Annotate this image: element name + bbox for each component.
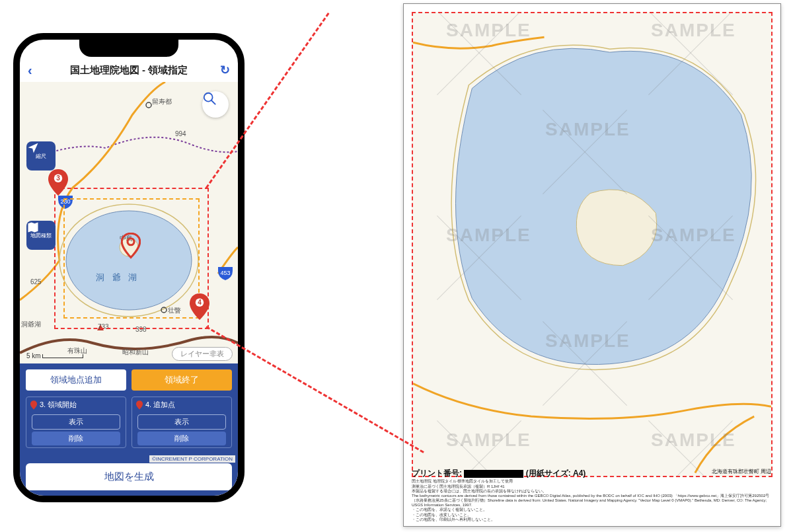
svg-text:洞爺湖: 洞爺湖 — [21, 321, 41, 328]
location-arrow-icon — [26, 141, 40, 155]
card3-show-button[interactable]: 表示 — [32, 414, 120, 430]
map-pin-center[interactable] — [121, 233, 141, 259]
printed-map-area: SAMPLE SAMPLE SAMPLE SAMPLE SAMPLE SAMPL… — [412, 12, 773, 477]
print-fineprint: ・この地図を、改変しないこと。 — [412, 513, 773, 517]
svg-point-21 — [204, 93, 213, 102]
pin-number: 3 — [56, 174, 60, 182]
scale-bar: 5 km — [26, 352, 83, 360]
region-card-4: 4. 追加点 表示 削除 — [132, 397, 232, 448]
svg-point-20 — [128, 239, 134, 245]
print-number-label: プリント番号: — [412, 469, 462, 478]
bottom-panel: 領域地点追加 領域終了 3. 領域開始 表示 削除 4. 追加点 表示 削除 — [20, 363, 238, 496]
card3-delete-button[interactable]: 削除 — [32, 432, 120, 445]
add-region-point-button[interactable]: 領域地点追加 — [26, 369, 126, 391]
map-type-button[interactable]: 地図種類 — [26, 221, 56, 250]
svg-text:留寿都: 留寿都 — [152, 98, 172, 105]
phone-mockup: ‹ 国土地理院地図 - 領域指定 ↻ 230 — [13, 33, 245, 502]
map-icon — [26, 221, 40, 234]
pin-icon — [30, 400, 37, 410]
svg-text:994: 994 — [175, 130, 186, 137]
svg-text:昭和新山: 昭和新山 — [122, 348, 149, 356]
search-button[interactable] — [202, 91, 229, 118]
header-title: 国土地理院地図 - 領域指定 — [70, 64, 188, 77]
print-footer: プリント番号: (用紙サイズ: A4) 北海道有珠郡壮瞥町 周辺 国土地理院 地… — [412, 468, 773, 522]
print-location: 北海道有珠郡壮瞥町 周辺 — [712, 468, 771, 475]
layer-toggle-button[interactable]: レイヤー非表 — [172, 347, 233, 361]
card4-show-button[interactable]: 表示 — [137, 414, 226, 430]
print-number-redacted — [464, 470, 523, 478]
svg-line-22 — [211, 100, 215, 104]
svg-point-3 — [146, 102, 151, 108]
reload-button[interactable]: ↻ — [220, 63, 230, 77]
search-icon — [202, 91, 217, 106]
card4-delete-button[interactable]: 削除 — [137, 432, 226, 445]
svg-text:625: 625 — [30, 278, 42, 285]
print-fineprint: 本製品を複製する場合には、国土地理院の長の承認を得なければならない。 — [412, 489, 773, 494]
pin-icon — [136, 400, 143, 410]
generate-map-button[interactable]: 地図を生成 — [26, 463, 232, 490]
map-pin-4[interactable]: 4 — [190, 293, 209, 320]
printed-map-preview: SAMPLE SAMPLE SAMPLE SAMPLE SAMPLE SAMPL… — [403, 3, 781, 527]
print-fineprint: 測量法に基づく国土地理院長承認（複製）R 1JHf 41 — [412, 484, 773, 489]
card-title: 3. 領域開始 — [40, 400, 77, 410]
svg-text:453: 453 — [220, 270, 230, 276]
app-header: ‹ 国土地理院地図 - 領域指定 ↻ — [20, 58, 238, 82]
print-paper-size: (用紙サイズ: A4) — [526, 469, 586, 478]
card-title: 4. 追加点 — [145, 400, 175, 410]
print-fineprint: ・この地図を、印刷以外へ再利用しないこと。 — [412, 517, 773, 522]
print-fineprint: 国土地理院 地理院タイル 標準地図タイルを加工して使用 — [412, 479, 773, 484]
print-fineprint: The bathymetric contours are derived fro… — [412, 494, 773, 508]
map-copyright: ©INCREMENT P CORPORATION — [149, 455, 235, 463]
map-viewport[interactable]: 230 453 留寿都 994 中島 洞 爺 湖 625 洞爺湖 壮瞥 733 … — [20, 82, 238, 363]
scale-button[interactable]: 縮尺 — [26, 141, 56, 171]
print-fineprint: ・この地図を、承諾なく複製しないこと。 — [412, 508, 773, 512]
pin-number: 4 — [198, 299, 202, 306]
back-button[interactable]: ‹ — [28, 63, 32, 78]
end-region-button[interactable]: 領域終了 — [132, 369, 232, 391]
phone-notch — [79, 38, 178, 57]
map-pin-3[interactable]: 3 — [48, 169, 68, 196]
region-card-3: 3. 領域開始 表示 削除 — [26, 397, 126, 448]
